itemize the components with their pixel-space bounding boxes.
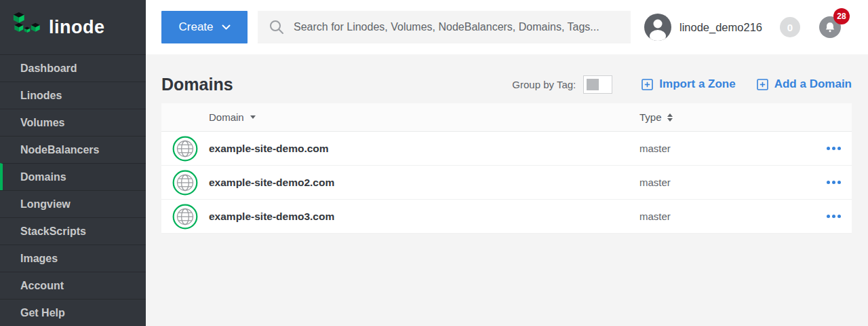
- linode-logo[interactable]: linode: [0, 0, 146, 54]
- domains-table: Domain Type: [161, 103, 852, 234]
- sidebar-item-volumes[interactable]: Volumes: [0, 109, 146, 136]
- add-a-domain-label: Add a Domain: [774, 77, 852, 91]
- header-controls: Group by Tag: Import a Zone: [512, 75, 852, 94]
- content-header: Domains Group by Tag: Import a Zone: [161, 69, 852, 99]
- sidebar-item-get-help[interactable]: Get Help: [0, 299, 146, 326]
- group-by-tag-label: Group by Tag:: [512, 79, 576, 90]
- create-button[interactable]: Create: [161, 11, 248, 43]
- row-actions-menu[interactable]: [827, 143, 841, 154]
- notifications: 28: [819, 16, 841, 38]
- search-input[interactable]: [294, 21, 631, 33]
- search-bar: [258, 11, 631, 43]
- notification-count-badge[interactable]: 28: [833, 8, 850, 24]
- sidebar-item-domains[interactable]: Domains: [0, 163, 146, 190]
- create-button-label: Create: [178, 20, 213, 34]
- plus-square-icon: [642, 79, 653, 90]
- row-actions-menu[interactable]: [827, 177, 841, 188]
- sidebar-item-images[interactable]: Images: [0, 244, 146, 272]
- sidebar-item-longview[interactable]: Longview: [0, 190, 146, 217]
- toggle-knob: [587, 79, 599, 90]
- table-header: Domain Type: [161, 103, 852, 132]
- main-content: Domains Group by Tag: Import a Zone: [146, 54, 868, 326]
- domain-globe-icon: [172, 136, 198, 162]
- sidebar: linode Dashboard Linodes Volumes NodeBal…: [0, 0, 146, 326]
- user-cluster: linode_demo216 0 28: [644, 14, 841, 41]
- linode-cubes-icon: [12, 12, 43, 43]
- event-count-badge[interactable]: 0: [780, 17, 800, 37]
- user-avatar[interactable]: [644, 14, 671, 41]
- domain-globe-icon: [172, 204, 198, 230]
- row-actions-menu[interactable]: [827, 211, 841, 222]
- page-title: Domains: [161, 75, 233, 94]
- domain-globe-icon: [172, 170, 198, 196]
- sidebar-item-stackscripts[interactable]: StackScripts: [0, 217, 146, 244]
- search-icon: [269, 20, 284, 35]
- sidebar-item-account[interactable]: Account: [0, 272, 146, 299]
- domain-name[interactable]: example-site-demo3.com: [209, 211, 639, 223]
- group-by-tag-toggle[interactable]: [583, 75, 612, 94]
- table-row: example-site-demo.com master: [161, 132, 852, 166]
- logo-wordmark: linode: [49, 17, 105, 38]
- domain-type: master: [639, 143, 816, 154]
- column-header-type[interactable]: Type: [639, 111, 816, 123]
- domain-name[interactable]: example-site-demo.com: [209, 143, 639, 155]
- import-a-zone-link[interactable]: Import a Zone: [642, 77, 735, 91]
- sort-descending-icon: [250, 115, 256, 119]
- sidebar-item-dashboard[interactable]: Dashboard: [0, 54, 146, 82]
- table-row: example-site-demo2.com master: [161, 166, 852, 200]
- username[interactable]: linode_demo216: [679, 21, 762, 34]
- sort-both-icon: [667, 113, 673, 122]
- sidebar-item-linodes[interactable]: Linodes: [0, 82, 146, 109]
- sidebar-item-nodebalancers[interactable]: NodeBalancers: [0, 136, 146, 163]
- table-row: example-site-demo3.com master: [161, 200, 852, 234]
- chevron-down-icon: [222, 24, 231, 30]
- domain-name[interactable]: example-site-demo2.com: [209, 177, 639, 189]
- sidebar-nav: Dashboard Linodes Volumes NodeBalancers …: [0, 54, 146, 326]
- plus-square-icon: [757, 79, 768, 90]
- add-a-domain-link[interactable]: Add a Domain: [757, 77, 852, 91]
- import-a-zone-label: Import a Zone: [659, 77, 735, 91]
- topbar: Create linode_demo216 0: [146, 0, 868, 54]
- column-header-domain[interactable]: Domain: [209, 111, 639, 123]
- domain-type: master: [639, 177, 816, 188]
- domain-type: master: [639, 211, 816, 222]
